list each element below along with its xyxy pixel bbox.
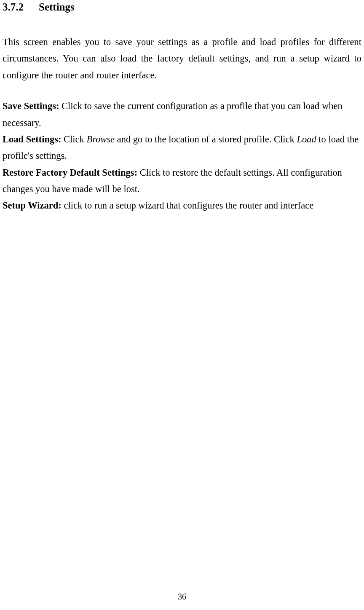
setup-wizard-label: Setup Wizard: xyxy=(3,200,62,211)
restore-settings-label: Restore Factory Default Settings: xyxy=(3,167,137,178)
setup-wizard-item: Setup Wizard: click to run a setup wizar… xyxy=(3,197,361,214)
browse-word: Browse xyxy=(86,134,115,144)
document-page: 3.7.2Settings This screen enables you to… xyxy=(0,0,364,610)
section-heading: 3.7.2Settings xyxy=(3,0,361,13)
save-settings-label: Save Settings: xyxy=(3,101,59,111)
load-word: Load xyxy=(297,134,316,144)
setup-wizard-text: click to run a setup wizard that configu… xyxy=(62,200,314,211)
intro-paragraph: This screen enables you to save your set… xyxy=(3,34,361,83)
section-title: Settings xyxy=(39,1,75,13)
section-number: 3.7.2 xyxy=(3,1,24,13)
page-number: 36 xyxy=(0,592,364,602)
restore-settings-item: Restore Factory Default Settings: Click … xyxy=(3,164,361,198)
load-settings-pre: Click xyxy=(61,134,86,144)
save-settings-item: Save Settings: Click to save the current… xyxy=(3,98,361,131)
load-settings-item: Load Settings: Click Browse and go to th… xyxy=(3,131,361,164)
load-settings-mid: and go to the location of a stored profi… xyxy=(115,134,297,144)
load-settings-label: Load Settings: xyxy=(3,134,61,144)
